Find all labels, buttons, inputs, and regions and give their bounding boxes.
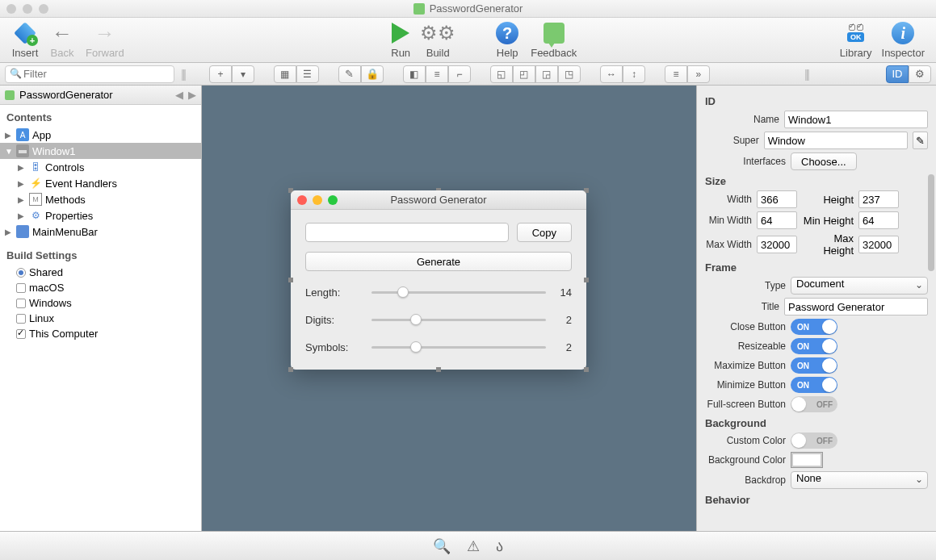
nav-item-app[interactable]: ▶ A App bbox=[0, 127, 201, 143]
super-field[interactable] bbox=[764, 132, 908, 149]
nav-item-mainmenu[interactable]: ▶ MainMenuBar bbox=[0, 224, 201, 240]
view-layout-button[interactable]: ▦ bbox=[274, 65, 296, 83]
right-panel-resize-handle[interactable]: ||| bbox=[804, 68, 808, 81]
close-window-icon[interactable] bbox=[6, 4, 16, 14]
digits-slider[interactable] bbox=[371, 313, 546, 326]
nav-item-windows[interactable]: Windows bbox=[0, 295, 201, 311]
align-button-1[interactable]: ◧ bbox=[403, 65, 426, 83]
arrange-button-2[interactable]: ◰ bbox=[513, 65, 535, 83]
type-select[interactable]: Document bbox=[791, 277, 928, 295]
nav-item-window1[interactable]: ▼ Window1 bbox=[0, 143, 201, 159]
copy-button[interactable]: Copy bbox=[517, 223, 572, 242]
symbols-slider[interactable] bbox=[371, 341, 546, 353]
disclosure-icon[interactable]: ▶ bbox=[5, 228, 13, 236]
height-field[interactable] bbox=[858, 190, 899, 208]
forward-button[interactable]: → Forward bbox=[86, 21, 124, 59]
run-button[interactable]: Run bbox=[387, 21, 414, 59]
maxheight-field[interactable] bbox=[858, 236, 899, 253]
insert-button[interactable]: Insert bbox=[11, 21, 39, 59]
search-icon[interactable]: 🔍 bbox=[433, 537, 451, 555]
disclosure-icon[interactable]: ▶ bbox=[18, 211, 26, 220]
inspector-button[interactable]: i Inspector bbox=[882, 21, 925, 59]
selection-handle[interactable] bbox=[584, 367, 589, 372]
name-field[interactable] bbox=[784, 111, 928, 128]
disclosure-icon[interactable]: ▶ bbox=[18, 195, 26, 204]
inspector-gear-tab[interactable]: ⚙ bbox=[909, 65, 931, 83]
breadcrumb-project[interactable]: PasswordGenerator bbox=[19, 89, 113, 101]
help-button[interactable]: ? Help bbox=[493, 21, 521, 59]
align-button-3[interactable]: ⌐ bbox=[448, 65, 471, 83]
width-field[interactable] bbox=[757, 190, 797, 208]
left-panel-resize-handle[interactable]: ||| bbox=[181, 68, 185, 81]
password-output-field[interactable] bbox=[305, 223, 509, 242]
arrange-button-1[interactable]: ◱ bbox=[490, 65, 513, 83]
checkbox-icon[interactable] bbox=[16, 314, 26, 324]
arrange-button-4[interactable]: ◳ bbox=[558, 65, 581, 83]
breadcrumb-forward-icon[interactable]: ▶ bbox=[188, 89, 196, 101]
minimize-toggle[interactable]: ON bbox=[791, 377, 837, 393]
minheight-field[interactable] bbox=[858, 211, 899, 229]
back-button[interactable]: ← Back bbox=[48, 21, 76, 59]
resizeable-toggle[interactable]: ON bbox=[791, 338, 837, 354]
add-item-button[interactable]: + bbox=[209, 65, 232, 83]
interfaces-choose-button[interactable]: Choose... bbox=[791, 153, 857, 170]
length-slider[interactable] bbox=[371, 286, 546, 299]
align-button-2[interactable]: ≡ bbox=[426, 65, 448, 83]
nav-item-properties[interactable]: ▶ ⚙ Properties bbox=[0, 207, 201, 224]
nav-item-methods[interactable]: ▶ M Methods bbox=[0, 191, 201, 207]
nav-item-controls[interactable]: ▶ 🎛 Controls bbox=[0, 159, 201, 175]
closebutton-toggle[interactable]: ON bbox=[791, 319, 837, 335]
generate-button[interactable]: Generate bbox=[305, 252, 572, 271]
maxwidth-field[interactable] bbox=[757, 236, 797, 253]
zoom-window-icon[interactable] bbox=[39, 4, 48, 14]
minimize-window-icon[interactable] bbox=[23, 4, 32, 14]
disclosure-icon[interactable]: ▶ bbox=[18, 163, 26, 172]
order-button[interactable]: ≡ bbox=[665, 65, 687, 83]
symbols-label: Symbols: bbox=[305, 341, 362, 353]
inspector-id-tab[interactable]: ID bbox=[886, 65, 909, 83]
checkbox-icon[interactable] bbox=[16, 299, 26, 308]
title-field[interactable] bbox=[784, 298, 928, 316]
filter-input[interactable] bbox=[5, 65, 174, 83]
designer-window[interactable]: Password Generator Copy Generate Length:… bbox=[291, 190, 586, 370]
build-button[interactable]: ⚙⚙ Build bbox=[424, 21, 451, 59]
disclosure-icon[interactable]: ▶ bbox=[5, 131, 13, 140]
edit-button[interactable]: ✎ bbox=[338, 65, 361, 83]
nav-item-linux[interactable]: Linux bbox=[0, 311, 201, 326]
warnings-icon[interactable]: ⚠ bbox=[467, 537, 480, 555]
scrollbar[interactable] bbox=[928, 174, 934, 271]
breadcrumb-back-icon[interactable]: ◀ bbox=[175, 89, 183, 101]
nav-item-thiscomputer[interactable]: This Computer bbox=[0, 326, 201, 341]
selection-handle[interactable] bbox=[584, 278, 589, 282]
feedback-button[interactable]: Feedback bbox=[531, 21, 577, 59]
super-edit-button[interactable]: ✎ bbox=[913, 132, 928, 149]
checkbox-icon[interactable] bbox=[16, 283, 26, 293]
selection-handle[interactable] bbox=[288, 278, 293, 282]
layout-canvas[interactable]: Password Generator Copy Generate Length:… bbox=[202, 86, 697, 531]
minimize-label: Minimize Button bbox=[705, 379, 786, 391]
disclosure-icon[interactable]: ▼ bbox=[5, 147, 13, 156]
radio-icon[interactable] bbox=[16, 268, 26, 278]
library-button[interactable]: OK Library bbox=[840, 21, 872, 59]
selection-handle[interactable] bbox=[436, 367, 441, 372]
spacing-v-button[interactable]: ↕ bbox=[623, 65, 645, 83]
maximize-toggle[interactable]: ON bbox=[791, 357, 837, 374]
add-item-dropdown[interactable]: ▾ bbox=[232, 65, 254, 83]
customcolor-toggle[interactable]: OFF bbox=[791, 433, 837, 449]
disclosure-icon[interactable]: ▶ bbox=[18, 179, 26, 188]
arrange-button-3[interactable]: ◲ bbox=[535, 65, 558, 83]
nav-item-shared[interactable]: Shared bbox=[0, 265, 201, 280]
backdrop-select[interactable]: None bbox=[791, 471, 928, 489]
selection-handle[interactable] bbox=[288, 367, 293, 372]
spacing-h-button[interactable]: ↔ bbox=[600, 65, 623, 83]
nav-item-events[interactable]: ▶ ⚡ Event Handlers bbox=[0, 175, 201, 191]
overflow-button[interactable]: » bbox=[687, 65, 710, 83]
fullscreen-toggle[interactable]: OFF bbox=[791, 396, 837, 412]
minwidth-field[interactable] bbox=[757, 211, 797, 229]
checkbox-icon[interactable] bbox=[16, 329, 26, 339]
bgcolor-well[interactable] bbox=[791, 452, 823, 468]
view-list-button[interactable]: ☰ bbox=[296, 65, 319, 83]
nav-item-macos[interactable]: macOS bbox=[0, 280, 201, 295]
lock-button[interactable]: 🔒 bbox=[361, 65, 384, 83]
feed-icon[interactable]: ა bbox=[496, 537, 503, 555]
